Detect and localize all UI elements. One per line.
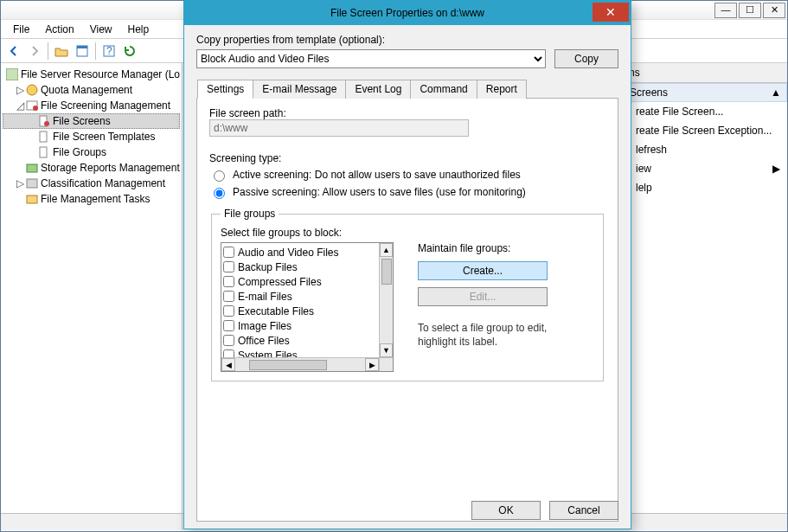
close-button[interactable]: ✕	[763, 3, 785, 18]
tab-command[interactable]: Command	[410, 80, 477, 99]
tasks-icon	[25, 192, 39, 206]
actions-header: ns	[624, 63, 787, 83]
tree-label: Classification Management	[41, 177, 165, 189]
file-groups-fieldset: File groups Select file groups to block:…	[211, 208, 604, 381]
file-group-label: System Files	[238, 349, 298, 358]
menu-view[interactable]: View	[83, 22, 119, 37]
action-refresh[interactable]: lefresh	[624, 140, 787, 159]
expander-icon[interactable]: ◿	[15, 99, 25, 112]
expander-icon[interactable]: ▷	[15, 177, 25, 189]
menu-file[interactable]: File	[6, 22, 36, 37]
tree-root-label: File Server Resource Manager (Lo	[21, 68, 180, 80]
tree-groups[interactable]: File Groups	[3, 144, 180, 160]
radio-passive[interactable]: Passive screening: Allow users to save f…	[209, 185, 605, 199]
forward-icon[interactable]	[25, 42, 44, 61]
copy-button[interactable]: Copy	[554, 49, 618, 68]
file-groups-listbox[interactable]: Audio and Video FilesBackup FilesCompres…	[221, 242, 394, 372]
scroll-thumb[interactable]	[381, 259, 392, 285]
radio-active[interactable]: Active screening: Do not allow users to …	[209, 168, 605, 182]
file-group-checkbox[interactable]	[223, 349, 234, 357]
action-help[interactable]: lelp	[624, 178, 787, 197]
properties-icon[interactable]	[73, 42, 92, 61]
create-filegroup-button[interactable]: Create...	[418, 261, 548, 280]
file-group-label: Image Files	[238, 320, 291, 332]
radio-passive-input[interactable]	[214, 188, 225, 199]
help-icon[interactable]: ?	[99, 42, 119, 61]
tab-eventlog[interactable]: Event Log	[345, 80, 411, 99]
tree-label: File Screens	[53, 115, 111, 127]
tab-email[interactable]: E-mail Message	[253, 80, 346, 99]
tree-label: File Groups	[53, 146, 106, 158]
edit-filegroup-button: Edit...	[418, 287, 548, 306]
refresh-icon[interactable]	[120, 42, 139, 61]
collapse-icon[interactable]: ▲	[771, 87, 781, 99]
nav-tree[interactable]: File Server Resource Manager (Lo ▷ Quota…	[1, 63, 183, 513]
file-group-item[interactable]: Compressed Files	[223, 274, 377, 289]
tree-screening[interactable]: ◿ File Screening Management	[3, 98, 180, 113]
horizontal-scrollbar[interactable]: ◀ ▶	[221, 357, 379, 371]
submenu-icon: ▶	[772, 163, 780, 175]
storage-icon	[25, 161, 39, 175]
scroll-thumb[interactable]	[249, 360, 327, 370]
file-group-item[interactable]: Backup Files	[223, 260, 377, 274]
vertical-scrollbar[interactable]: ▲ ▼	[379, 243, 393, 357]
tree-label: File Screening Management	[41, 99, 170, 112]
tree-tasks[interactable]: File Management Tasks	[3, 191, 180, 207]
tab-report[interactable]: Report	[477, 80, 527, 99]
radio-active-input[interactable]	[214, 170, 225, 182]
tree-storage[interactable]: Storage Reports Management	[3, 160, 180, 176]
file-group-item[interactable]: Image Files	[223, 318, 377, 333]
scroll-up-icon[interactable]: ▲	[380, 243, 393, 257]
file-group-checkbox[interactable]	[223, 335, 234, 346]
scroll-right-icon[interactable]: ▶	[365, 358, 379, 371]
maintain-label: Maintain file groups:	[418, 242, 548, 254]
action-view[interactable]: iew▶	[624, 159, 787, 178]
file-group-item[interactable]: System Files	[223, 348, 377, 357]
tree-file-screens[interactable]: File Screens	[3, 113, 180, 129]
maximize-button[interactable]: ☐	[739, 3, 761, 18]
file-group-checkbox[interactable]	[223, 305, 234, 317]
file-group-checkbox[interactable]	[223, 320, 234, 331]
tree-root[interactable]: File Server Resource Manager (Lo	[3, 67, 180, 82]
menu-action[interactable]: Action	[38, 22, 80, 37]
file-group-item[interactable]: Office Files	[223, 333, 377, 348]
back-icon[interactable]	[4, 42, 23, 61]
ok-button[interactable]: OK	[471, 501, 541, 520]
dialog-titlebar[interactable]: File Screen Properties on d:\www ✕	[184, 1, 631, 25]
expander-icon[interactable]: ▷	[15, 84, 25, 96]
folder-open-icon[interactable]	[52, 42, 71, 61]
cancel-button[interactable]: Cancel	[549, 501, 618, 520]
file-groups-label: Select file groups to block:	[221, 227, 594, 239]
actions-section-header[interactable]: Screens ▲	[624, 83, 787, 102]
file-group-item[interactable]: Audio and Video Files	[223, 245, 377, 260]
tab-settings[interactable]: Settings	[197, 80, 253, 99]
scroll-down-icon[interactable]: ▼	[380, 343, 393, 357]
menu-help[interactable]: Help	[121, 22, 157, 37]
dialog-close-button[interactable]: ✕	[593, 3, 629, 22]
tree-templates[interactable]: File Screen Templates	[3, 129, 180, 144]
minimize-button[interactable]: —	[714, 3, 737, 18]
actions-section-label: Screens	[630, 87, 668, 99]
file-group-checkbox[interactable]	[223, 261, 234, 272]
file-groups-icon	[37, 145, 51, 159]
tree-quota[interactable]: ▷ Quota Management	[3, 82, 180, 98]
scroll-left-icon[interactable]: ◀	[221, 358, 235, 371]
tree-classification[interactable]: ▷ Classification Management	[3, 176, 180, 191]
file-group-item[interactable]: Executable Files	[223, 304, 377, 318]
actions-pane: ns Screens ▲ reate File Screen... reate …	[623, 63, 787, 513]
action-create-exception[interactable]: reate File Screen Exception...	[624, 121, 787, 140]
file-group-checkbox[interactable]	[223, 291, 234, 302]
file-group-item[interactable]: E-mail Files	[223, 289, 377, 304]
svg-rect-13	[27, 179, 37, 188]
action-create-screen[interactable]: reate File Screen...	[624, 102, 787, 121]
file-group-checkbox[interactable]	[223, 247, 234, 258]
tree-label: Storage Reports Management	[41, 162, 180, 174]
scroll-corner	[379, 357, 393, 371]
dialog-title: File Screen Properties on d:\www	[330, 7, 484, 19]
svg-rect-14	[27, 195, 37, 203]
file-group-label: Office Files	[238, 335, 290, 347]
template-select[interactable]: Block Audio and Video Files	[196, 49, 546, 68]
file-group-label: Backup Files	[238, 261, 298, 273]
file-screens-icon	[37, 114, 51, 128]
file-group-checkbox[interactable]	[223, 276, 234, 287]
